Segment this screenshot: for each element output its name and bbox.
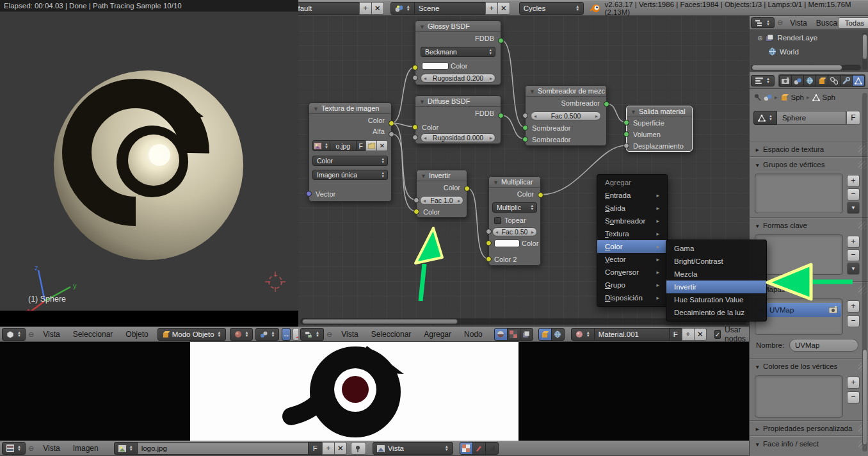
slider-right-icon[interactable]: ▸ <box>490 134 492 142</box>
menu-item-sombreador[interactable]: Sombreador▸ <box>597 215 667 227</box>
collapse-icon[interactable]: ▼ <box>493 179 499 186</box>
fac-slider[interactable]: ◂Fac 0.500▸ <box>531 111 601 120</box>
scene-name[interactable]: Scene <box>414 2 486 15</box>
roughness-slider[interactable]: ◂Rugosidad 0.000▸ <box>421 133 495 142</box>
delete-scene-button[interactable]: ✕ <box>497 2 510 15</box>
vertex-colors-list[interactable] <box>755 375 843 418</box>
tab-object-data[interactable] <box>852 75 865 86</box>
add-layout-button[interactable]: + <box>359 2 372 15</box>
use-nodes-row[interactable]: ✓ Usar nodos <box>714 325 749 343</box>
collapse-icon[interactable]: ▼ <box>419 24 425 30</box>
vertex-groups-list[interactable] <box>755 174 843 213</box>
roughness-slider[interactable]: ◂Rugosidad 0.200▸ <box>421 74 495 83</box>
menu-nodo[interactable]: Nodo <box>458 330 489 339</box>
tab-object[interactable] <box>816 75 828 86</box>
editor-type-selector[interactable]: ▲▼ <box>300 328 324 341</box>
node-material-output[interactable]: ▼Salida material Superficie Volumen Desp… <box>626 106 693 152</box>
output-socket[interactable] <box>604 101 609 107</box>
mesh-data-icon[interactable] <box>812 94 820 101</box>
menu-vista[interactable]: Vista <box>36 444 66 453</box>
color-input-socket[interactable] <box>412 65 418 70</box>
scrollbar-thumb[interactable] <box>862 34 867 60</box>
menu-imagen[interactable]: Imagen <box>67 444 105 453</box>
uv-name-field[interactable]: UVMap <box>789 339 858 352</box>
manipulator-toggle[interactable]: ↔ <box>282 328 291 341</box>
node-diffuse-bsdf[interactable]: ▼Diffuse BSDF FDDB Color ◂Rugosidad 0.00… <box>415 95 501 144</box>
node-header[interactable]: ▼Multiplicar <box>489 177 540 188</box>
fac-input-socket[interactable] <box>414 197 419 203</box>
fac-input-socket[interactable] <box>486 229 492 234</box>
image-name-field[interactable]: o.jpg <box>330 140 357 151</box>
color-output-socket[interactable] <box>464 186 470 191</box>
menu-item-conversor[interactable]: Conversor▸ <box>597 266 667 279</box>
add-shape-key-button[interactable]: + <box>847 236 860 248</box>
distribution-select[interactable]: Beckmann▲▼ <box>421 47 495 57</box>
shader2-input-socket[interactable] <box>522 136 528 142</box>
vector-input-socket[interactable] <box>306 191 312 197</box>
roughness-input-socket[interactable] <box>412 134 418 140</box>
menu-vista[interactable]: Vista <box>785 19 811 28</box>
menu-item-entrada[interactable]: Entrada▸ <box>597 189 667 202</box>
breadcrumb-data[interactable]: Sph <box>823 94 835 101</box>
tab-modifiers[interactable] <box>840 75 853 86</box>
panel-propiedades-personalizada[interactable]: ►Propiedades personalizada <box>750 421 868 435</box>
add-material-button[interactable]: + <box>682 328 695 341</box>
tab-render[interactable] <box>779 75 792 86</box>
node-header[interactable]: ▼Sombreador de mezc <box>526 86 606 97</box>
menu-item-salida[interactable]: Salida▸ <box>597 202 667 215</box>
collapse-icon[interactable]: ▼ <box>313 106 319 112</box>
menu-item-grupo[interactable]: Grupo▸ <box>597 279 667 291</box>
add-vertex-group-button[interactable]: + <box>847 175 860 187</box>
alpha-output-socket[interactable] <box>389 131 394 137</box>
image-editor-canvas[interactable] <box>0 342 749 441</box>
clamp-row[interactable]: Topear <box>489 215 540 225</box>
color-output-socket[interactable] <box>538 192 543 198</box>
unlink-image-button[interactable]: ✕ <box>376 140 388 151</box>
mask-toggle[interactable] <box>485 442 499 455</box>
source-select[interactable]: Imagen única▲▼ <box>312 170 388 180</box>
color-output-socket[interactable] <box>389 120 394 126</box>
color-swatch[interactable] <box>494 240 520 247</box>
remove-uv-map-button[interactable]: − <box>847 315 860 327</box>
scene-icon-button[interactable]: ▲▼ <box>390 2 415 15</box>
menu-item-invertir[interactable]: Invertir <box>666 281 766 293</box>
slider-left-icon[interactable]: ◂ <box>423 197 426 205</box>
add-uv-map-button[interactable]: + <box>847 300 860 313</box>
slider-left-icon[interactable]: ◂ <box>424 134 426 142</box>
remove-shape-key-button[interactable]: − <box>847 249 860 261</box>
unlink-image-button[interactable]: ✕ <box>334 442 347 455</box>
slider-right-icon[interactable]: ▸ <box>595 112 598 120</box>
collapse-icon[interactable]: ▼ <box>419 99 425 105</box>
color-swatch[interactable] <box>422 62 449 70</box>
render-camera-icon[interactable] <box>829 306 838 313</box>
volume-input-socket[interactable] <box>623 131 629 137</box>
menu-item-gama[interactable]: Gama <box>666 242 766 255</box>
editor-type-selector[interactable]: ▲▼ <box>751 17 775 28</box>
fake-user-button[interactable]: F <box>846 111 860 125</box>
node-header[interactable]: ▼Textura de imagen <box>309 103 391 114</box>
displacement-input-socket[interactable] <box>623 143 629 149</box>
menu-item-textura[interactable]: Textura▸ <box>597 227 667 240</box>
node-glossy-bsdf[interactable]: ▼Glossy BSDF FDDB Beckmann▲▼ Color ◂Rugo… <box>415 20 501 85</box>
output-socket[interactable] <box>498 113 504 118</box>
scrollbar-thumb[interactable] <box>302 319 458 324</box>
collapse-menus-icon[interactable]: ⊖ <box>777 19 783 27</box>
color-row[interactable]: Color <box>415 61 501 71</box>
material-name-field[interactable]: Material.001 <box>594 328 670 341</box>
color1-input-socket[interactable] <box>486 240 492 246</box>
menu-vista[interactable]: Vista <box>36 330 66 339</box>
use-nodes-checkbox[interactable]: ✓ <box>714 330 721 339</box>
render-engine-select[interactable]: Cycles ▲▼ <box>519 2 584 15</box>
color-input-socket[interactable] <box>412 124 418 130</box>
delete-layout-button[interactable]: ✕ <box>371 2 384 15</box>
add-vertex-color-button[interactable]: + <box>847 377 860 389</box>
compositing-nodes-toggle[interactable] <box>520 328 533 341</box>
collapse-menus-icon[interactable]: ⊖ <box>28 330 34 339</box>
menu-seleccionar[interactable]: Seleccionar <box>365 330 418 339</box>
roughness-input-socket[interactable] <box>412 75 418 81</box>
menu-agregar[interactable]: Agregar <box>417 330 458 339</box>
outliner[interactable]: ▲▼ ⊖ Vista Buscar Todas ⊕ RenderLaye Wor… <box>750 16 868 72</box>
display-channels-select[interactable]: Vista ▲▼ <box>373 442 453 455</box>
menu-item-bright-contrast[interactable]: Bright/Contrast <box>666 255 766 268</box>
color2-input-socket[interactable] <box>486 256 492 262</box>
